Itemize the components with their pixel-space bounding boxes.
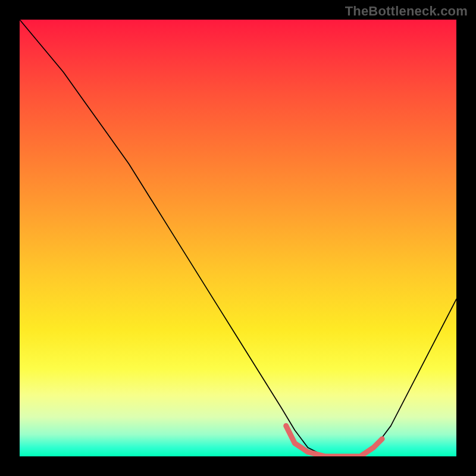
watermark-text: TheBottleneck.com (345, 4, 468, 19)
plot-area (20, 20, 456, 456)
heat-gradient (20, 20, 456, 456)
chart-frame: TheBottleneck.com (0, 0, 476, 476)
